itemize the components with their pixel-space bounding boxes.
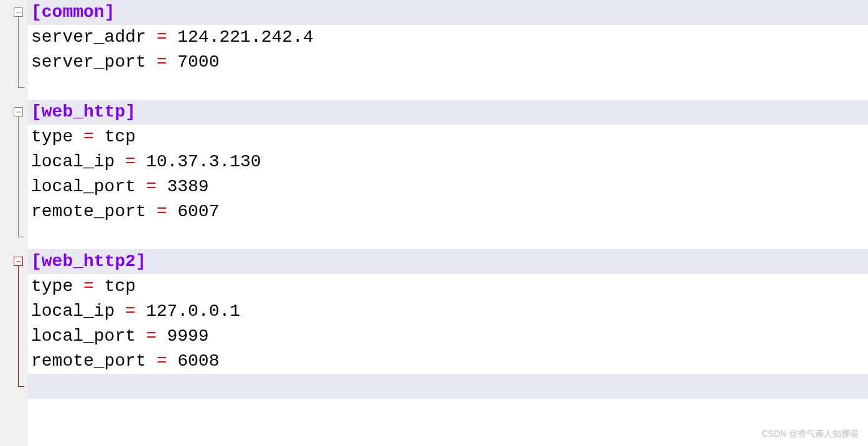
equals-sign: = [146, 351, 177, 371]
config-value: 10.37.3.130 [146, 152, 261, 171]
bracket-open: [ [31, 2, 42, 22]
bracket-close: ] [136, 252, 146, 271]
blank-line [28, 224, 868, 249]
config-key: local_ip [31, 152, 114, 171]
code-editor: [common] server_addr = 124.221.242.4 ser… [0, 0, 868, 446]
bracket-open: [ [31, 252, 42, 271]
config-line: remote_port = 6008 [28, 349, 868, 374]
config-key: server_port [31, 52, 146, 72]
equals-sign: = [73, 277, 104, 296]
bracket-close: ] [105, 2, 115, 22]
config-line: local_port = 3389 [28, 174, 868, 199]
cursor-line [28, 374, 868, 399]
config-line: server_port = 7000 [28, 50, 868, 75]
section-name: web_http [42, 102, 125, 121]
config-value: 124.221.242.4 [177, 27, 313, 47]
equals-sign: = [114, 152, 146, 171]
equals-sign: = [73, 127, 104, 146]
equals-sign: = [136, 177, 167, 196]
config-key: remote_port [31, 351, 146, 371]
section-header-line: [web_http2] [28, 249, 868, 274]
fold-end [18, 386, 24, 387]
config-line: type = tcp [28, 274, 868, 299]
config-key: type [31, 127, 73, 146]
fold-gutter [0, 0, 28, 446]
config-value: tcp [105, 277, 136, 296]
config-key: local_port [31, 326, 136, 346]
fold-toggle-icon[interactable] [14, 257, 23, 266]
fold-toggle-icon[interactable] [14, 7, 23, 17]
fold-end [18, 237, 24, 237]
config-value: 6007 [177, 202, 219, 221]
blank-line [28, 75, 868, 100]
config-key: remote_port [31, 202, 146, 221]
config-line: type = tcp [28, 125, 868, 149]
fold-guide [18, 17, 19, 87]
config-key: server_addr [31, 27, 146, 47]
equals-sign: = [114, 301, 146, 321]
config-value: 6008 [177, 351, 219, 371]
fold-guide [18, 266, 19, 386]
fold-end [18, 87, 24, 88]
fold-guide [18, 116, 19, 237]
config-key: type [31, 277, 73, 296]
section-header-line: [common] [28, 0, 868, 25]
config-value: tcp [105, 127, 136, 146]
config-key: local_ip [31, 301, 114, 321]
watermark-text: CSDN @香气袭人知骤暖 [762, 429, 859, 440]
config-key: local_port [31, 177, 136, 196]
equals-sign: = [146, 202, 177, 221]
section-name: web_http2 [42, 252, 136, 271]
config-value: 127.0.0.1 [146, 301, 240, 321]
config-line: server_addr = 124.221.242.4 [28, 25, 868, 50]
config-line: local_ip = 10.37.3.130 [28, 149, 868, 174]
equals-sign: = [146, 52, 177, 72]
fold-toggle-icon[interactable] [14, 107, 23, 116]
code-content[interactable]: [common] server_addr = 124.221.242.4 ser… [28, 0, 868, 446]
bracket-close: ] [125, 102, 136, 121]
equals-sign: = [136, 326, 167, 346]
equals-sign: = [146, 27, 177, 47]
bracket-open: [ [31, 102, 42, 121]
config-value: 9999 [167, 326, 208, 346]
config-line: local_ip = 127.0.0.1 [28, 299, 868, 324]
config-line: remote_port = 6007 [28, 199, 868, 224]
section-header-line: [web_http] [28, 100, 868, 125]
config-value: 3389 [167, 177, 208, 196]
section-name: common [42, 2, 105, 22]
config-value: 7000 [177, 52, 219, 72]
config-line: local_port = 9999 [28, 324, 868, 349]
